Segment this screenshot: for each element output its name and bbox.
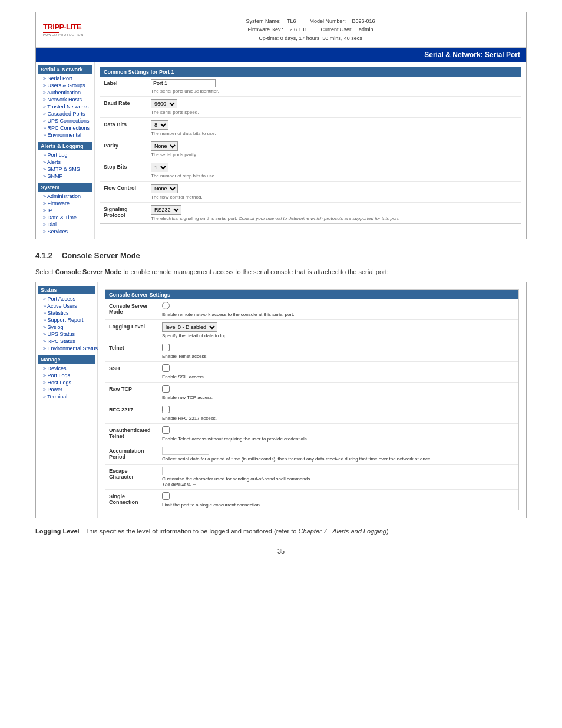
unauth-telnet-content: Enable Telnet access without requiring t… [162,426,515,442]
system-info: System Name: TL6 Model Number: B096-016 … [102,17,519,42]
sidebar-item-dial[interactable]: Dial [38,221,92,228]
sidebar-item-environmental[interactable]: Environmental [38,131,92,139]
sidebar-item-serial-port[interactable]: Serial Port [38,75,92,82]
stop-bits-select[interactable]: 1 [151,163,168,172]
sidebar-item-rpc-connections[interactable]: RPC Connections [38,124,92,131]
data-bits-content: 8 The number of data bits to use. [151,120,517,136]
raw-tcp-row: Raw TCP Enable raw TCP access. [105,383,518,403]
baud-rate-content: 9600 The serial ports speed. [151,99,517,115]
console-mode-radio[interactable] [162,302,170,309]
sidebar2-item-port-logs[interactable]: Port Logs [38,372,95,379]
telnet-checkbox[interactable] [162,344,170,351]
sidebar-item-snmp[interactable]: SNMP [38,173,92,180]
sidebar2-item-syslog[interactable]: Syslog [38,324,95,331]
sidebar-item-date-time[interactable]: Date & Time [38,214,92,221]
system-info-row2: Firmware Rev.: 2.6.1u1 Current User: adm… [102,25,519,34]
sidebar2-item-ups-status[interactable]: UPS Status [38,331,95,338]
unauth-telnet-row: UnauthenticatedTelnet Enable Telnet acce… [105,424,518,444]
sidebar2-item-support-report[interactable]: Support Report [38,317,95,324]
accumulation-content: Collect serial data for a period of time… [162,447,515,462]
label-field-label: Label [104,79,151,86]
parity-content: None The serial ports parity. [151,141,517,157]
sidebar-item-ups-connections[interactable]: UPS Connections [38,117,92,124]
label-input[interactable] [151,79,216,87]
sidebar-item-authentication[interactable]: Authentication [38,89,92,96]
single-connection-row: SingleConnection Limit the port to a sin… [105,490,518,510]
single-connection-checkbox[interactable] [162,492,170,500]
console-settings-header: Console Server Settings [105,290,518,299]
ssh-label: SSH [109,364,162,371]
signaling-select[interactable]: RS232 [151,205,181,215]
serial-port-screenshot: TRIPP·LITE POWER PROTECTION System Name:… [35,12,527,239]
raw-tcp-desc: Enable raw TCP access. [162,395,515,400]
label-row: Label The serial ports unique identifier… [100,77,521,97]
stop-bits-content: 1 The number of stop bits to use. [151,163,517,179]
rfc2217-checkbox[interactable] [162,406,170,413]
system-name-label: System Name: [246,17,280,25]
sidebar-item-services[interactable]: Services [38,228,92,235]
console-mode-label: Console ServerMode [109,302,162,315]
page-number: 35 [35,548,527,555]
raw-tcp-checkbox[interactable] [162,385,170,393]
system-info-row1: System Name: TL6 Model Number: B096-016 [102,17,519,25]
logging-level-desc: Specify the detail of data to log. [162,333,515,338]
sidebar2-item-active-users[interactable]: Active Users [38,302,95,309]
sidebar2-item-power[interactable]: Power [38,386,95,393]
parity-select[interactable]: None [151,141,178,151]
ssh-desc: Enable SSH access. [162,374,515,380]
sidebar-item-port-log[interactable]: Port Log [38,151,92,159]
ssh-row: SSH Enable SSH access. [105,362,518,383]
console-mode-desc: Enable remote network access to the cons… [162,312,515,317]
signaling-desc: The electrical signaling on this serial … [151,216,517,221]
signaling-row: SignalingProtocol RS232 The electrical s… [100,203,521,223]
unauth-telnet-label: UnauthenticatedTelnet [109,426,162,439]
system-name-value: TL6 [287,17,296,25]
logging-level-desc-text: This specifies the level of information … [85,526,389,536]
sidebar-item-alerts[interactable]: Alerts [38,159,92,166]
sidebar-item-smtp-sms[interactable]: SMTP & SMS [38,166,92,173]
sidebar-item-administration[interactable]: Administration [38,193,92,200]
logging-level-select[interactable]: level 0 - Disabled [162,322,217,332]
sidebar2-item-devices[interactable]: Devices [38,365,95,372]
ui-header: TRIPP·LITE POWER PROTECTION System Name:… [36,12,526,48]
sidebar2: Status Port Access Active Users Statisti… [36,282,98,518]
accumulation-input[interactable] [162,447,209,455]
tripp-lite-logo: TRIPP·LITE POWER PROTECTION [43,23,102,37]
section-number: 4.1.2 [35,251,52,260]
console-server-screenshot: Status Port Access Active Users Statisti… [35,282,527,518]
escape-char-content: Customize the character used for sending… [162,467,515,487]
logging-level-content: level 0 - Disabled Specify the detail of… [162,322,515,338]
escape-char-row: EscapeCharacter Customize the character … [105,465,518,490]
sidebar2-item-environmental-status[interactable]: Environmental Status [38,345,95,352]
data-bits-select[interactable]: 8 [151,120,168,130]
sidebar-item-trusted-networks[interactable]: Trusted Networks [38,103,92,110]
single-connection-desc: Limit the port to a single concurrent co… [162,502,515,508]
sidebar-item-users-groups[interactable]: Users & Groups [38,82,92,89]
logging-level-description: Logging Level This specifies the level o… [35,526,527,536]
serial-port-main-panel: Common Settings for Port 1 Label The ser… [95,62,526,239]
sidebar1: Serial & Network Serial Port Users & Gro… [36,62,95,239]
sidebar2-item-statistics[interactable]: Statistics [38,309,95,317]
uptime: Up-time: 0 days, 17 hours, 50 mins, 48 s… [102,34,519,42]
console-mode-content: Enable remote network access to the cons… [162,302,515,317]
sidebar2-section-status: Status [38,286,95,294]
unauth-telnet-checkbox[interactable] [162,426,170,434]
sidebar2-item-host-logs[interactable]: Host Logs [38,379,95,386]
baud-rate-select[interactable]: 9600 [151,99,177,108]
sidebar-item-firmware[interactable]: Firmware [38,200,92,207]
flow-control-select[interactable]: None [151,184,178,193]
sidebar-section-system: System [38,183,92,192]
sidebar2-item-port-access[interactable]: Port Access [38,295,95,302]
sidebar2-item-terminal[interactable]: Terminal [38,393,95,400]
page-title-bar: Serial & Network: Serial Port [36,48,526,62]
sidebar-item-network-hosts[interactable]: Network Hosts [38,96,92,103]
logo-sub: POWER PROTECTION [43,34,102,37]
sidebar-item-cascaded-ports[interactable]: Cascaded Ports [38,110,92,117]
sidebar-item-ip[interactable]: IP [38,207,92,214]
telnet-row: Telnet Enable Telnet access. [105,341,518,362]
escape-char-input[interactable] [162,467,209,475]
sidebar-section-alerts-logging: Alerts & Logging [38,142,92,150]
common-settings-header: Common Settings for Port 1 [100,67,521,77]
sidebar2-item-rpc-status[interactable]: RPC Status [38,338,95,345]
ssh-checkbox[interactable] [162,364,170,372]
